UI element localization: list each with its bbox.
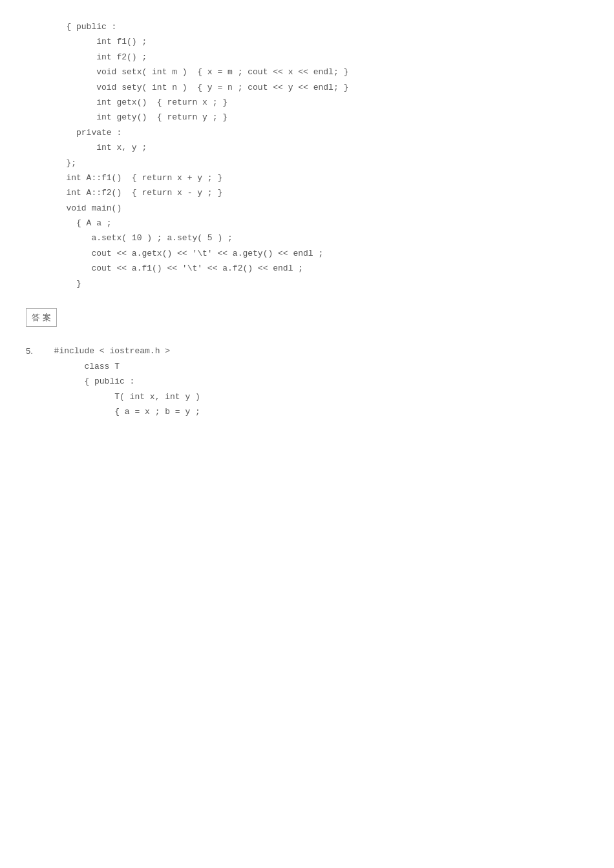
code-line: { a = x ; b = y ;	[44, 404, 588, 419]
code-line: { public :	[44, 374, 588, 389]
code-line: { A a ;	[26, 216, 588, 231]
code-line: void main()	[26, 201, 588, 216]
code-line: int A::f1() { return x + y ; }	[26, 170, 588, 185]
code-line: int getx() { return x ; }	[26, 95, 588, 110]
problem-5: 5. #include < iostream.h > class T { pub…	[26, 344, 588, 419]
code-line: private :	[26, 125, 588, 140]
code-line: class T	[44, 359, 588, 374]
code-line: cout << a.getx() << '\t' << a.gety() << …	[26, 246, 588, 261]
code-line: cout << a.f1() << '\t' << a.f2() << endl…	[26, 261, 588, 276]
code-line: int f1() ;	[26, 34, 588, 49]
problem-5-code: #include < iostream.h > class T { public…	[44, 344, 588, 419]
code-line: a.setx( 10 ) ; a.sety( 5 ) ;	[26, 231, 588, 245]
code-line: { public :	[26, 19, 588, 34]
code-line: int A::f2() { return x - y ; }	[26, 185, 588, 200]
code-line: int f2() ;	[26, 50, 588, 65]
code-line: int x, y ;	[26, 140, 588, 155]
code-line: #include < iostream.h >	[44, 344, 588, 358]
answer-box: 答 案	[26, 298, 588, 337]
code-line: };	[26, 156, 588, 170]
code-line: }	[26, 276, 588, 291]
code-line: void sety( int n ) { y = n ; cout << y <…	[26, 80, 588, 95]
code-line: void setx( int m ) { x = m ; cout << x <…	[26, 65, 588, 79]
main-content: { public : int f1() ; int f2() ; void se…	[26, 13, 588, 419]
code-line: int gety() { return y ; }	[26, 110, 588, 125]
code-line: T( int x, int y )	[44, 389, 588, 404]
code-block-1: { public : int f1() ; int f2() ; void se…	[26, 13, 588, 298]
